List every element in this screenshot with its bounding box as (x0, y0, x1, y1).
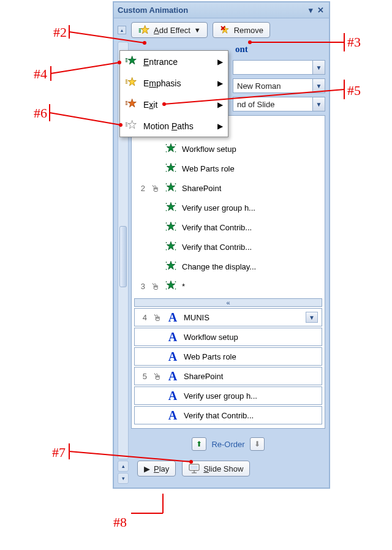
svg-point-38 (175, 249, 176, 251)
item-effect-icon (165, 260, 177, 274)
svg-marker-55 (128, 99, 136, 107)
dropdown-icon[interactable]: ▼ (312, 97, 325, 111)
collapse-icon[interactable]: « (134, 298, 322, 307)
animation-item[interactable]: 3🖱* (134, 276, 322, 296)
menu-item-entrance[interactable]: Entrance▶ (120, 51, 228, 72)
menu-star-icon (125, 55, 137, 69)
item-label: Web Parts role (184, 352, 318, 361)
svg-point-16 (175, 164, 176, 165)
mouse-icon: 🖱 (150, 281, 160, 292)
svg-point-45 (166, 281, 167, 282)
scroll-down-icon[interactable]: ▾ (118, 473, 129, 484)
remove-star-icon (219, 24, 230, 36)
menu-item-exit[interactable]: Exit▶ (120, 94, 228, 115)
svg-point-48 (175, 288, 176, 290)
item-effect-icon (165, 279, 177, 293)
animation-item[interactable]: AWeb Parts role (134, 347, 322, 366)
menu-item-label: Exit (143, 100, 157, 110)
svg-point-37 (166, 249, 167, 251)
item-effect-icon: A (167, 350, 179, 364)
scroll-up-icon[interactable]: ▴ (118, 461, 129, 472)
nav-up-icon[interactable]: ▴ (118, 26, 126, 34)
pane-menu-icon[interactable]: ▾ (306, 6, 315, 15)
close-icon[interactable]: ✕ (315, 6, 325, 15)
menu-item-emphasis[interactable]: Emphasis▶ (120, 72, 228, 94)
svg-point-30 (166, 222, 167, 224)
slideshow-button[interactable]: Slide Show (182, 461, 250, 477)
item-label: SharePoint (182, 184, 320, 193)
item-dropdown-icon[interactable]: ▼ (306, 312, 318, 323)
animation-item[interactable]: Change the display... (134, 257, 322, 276)
item-effect-icon: A (167, 409, 179, 423)
reorder-down-button[interactable]: ⬇ (250, 437, 265, 451)
svg-marker-19 (167, 183, 175, 190)
item-label: SharePoint (184, 372, 318, 381)
dropdown-icon[interactable]: ▼ (312, 61, 325, 74)
svg-marker-56 (128, 121, 136, 129)
animation-item[interactable]: Verify user group h... (134, 198, 322, 217)
mouse-icon: 🖱 (152, 312, 162, 323)
svg-point-12 (166, 151, 167, 153)
item-label: Change the display... (182, 262, 320, 271)
reorder-up-button[interactable]: ⬆ (192, 437, 206, 451)
callout-2: #2 (53, 24, 67, 40)
animation-item[interactable]: 5🖱ASharePoint (134, 367, 322, 385)
item-label: Verify user group h... (184, 391, 318, 401)
animation-item[interactable]: 2🖱SharePoint (134, 178, 322, 198)
svg-point-32 (166, 230, 167, 231)
add-effect-button[interactable]: Add Effect ▼ (131, 22, 208, 38)
item-label: Web Parts role (182, 164, 320, 173)
svg-point-18 (175, 171, 176, 172)
item-label: Verify that Contrib... (182, 223, 320, 232)
item-label: Workflow setup (182, 145, 320, 154)
remove-button[interactable]: Remove (213, 22, 270, 38)
svg-point-28 (175, 210, 176, 211)
chevron-right-icon: ▶ (217, 79, 223, 88)
toolbar: ▴ Add Effect ▼ Remove (114, 18, 329, 42)
menu-item-label: Emphasis (143, 78, 181, 88)
add-effect-menu: Entrance▶Emphasis▶Exit▶Motion Paths▶ (119, 50, 228, 137)
combo-after[interactable]: nd of Slide ▼ (233, 97, 325, 111)
play-button[interactable]: ▶ Play (137, 461, 176, 477)
svg-point-33 (175, 230, 176, 231)
item-label: * (182, 282, 320, 291)
dropdown-icon[interactable]: ▼ (312, 79, 325, 92)
animation-item[interactable]: Workflow setup (134, 139, 322, 159)
item-effect-icon: A (167, 330, 179, 344)
menu-item-motion-paths[interactable]: Motion Paths▶ (120, 115, 228, 137)
combo-font[interactable]: New Roman ▼ (233, 78, 325, 93)
reorder-label: Re-Order (211, 440, 244, 449)
item-sequence: 5 (138, 372, 147, 381)
item-effect-icon: A (167, 369, 179, 383)
callout-7: #7 (52, 445, 66, 461)
animation-item[interactable]: Web Parts role (134, 159, 322, 178)
callout-8: #8 (113, 514, 127, 530)
svg-marker-39 (167, 261, 175, 269)
animation-item[interactable]: Verify that Contrib... (134, 237, 322, 257)
item-label: Verify user group h... (182, 203, 320, 213)
svg-point-25 (166, 203, 167, 204)
svg-point-41 (175, 262, 176, 263)
menu-star-icon (125, 97, 137, 111)
arrow-down-icon: ⬇ (254, 440, 260, 448)
svg-rect-50 (190, 465, 198, 469)
slideshow-icon (189, 464, 200, 473)
animation-item[interactable]: AVerify that Contrib... (134, 406, 322, 424)
item-label: Verify that Contrib... (184, 411, 318, 420)
item-label: Verify that Contrib... (182, 243, 320, 252)
svg-marker-29 (167, 222, 175, 230)
animation-item[interactable]: Verify that Contrib... (134, 217, 322, 237)
animation-item[interactable]: AVerify user group h... (134, 386, 322, 405)
svg-marker-14 (167, 163, 175, 171)
mouse-icon: 🖱 (150, 183, 160, 194)
callout-4: #4 (34, 66, 47, 82)
item-label: MUNIS (184, 313, 301, 322)
item-sequence: 4 (138, 313, 147, 322)
combo-start[interactable]: ▼ (233, 60, 325, 75)
animation-item[interactable]: AWorkflow setup (134, 328, 322, 346)
menu-item-label: Entrance (143, 57, 178, 67)
svg-point-23 (175, 190, 176, 192)
callout-6: #6 (34, 105, 47, 121)
animation-item[interactable]: 4🖱AMUNIS▼ (134, 308, 322, 326)
item-effect-icon (165, 240, 177, 254)
